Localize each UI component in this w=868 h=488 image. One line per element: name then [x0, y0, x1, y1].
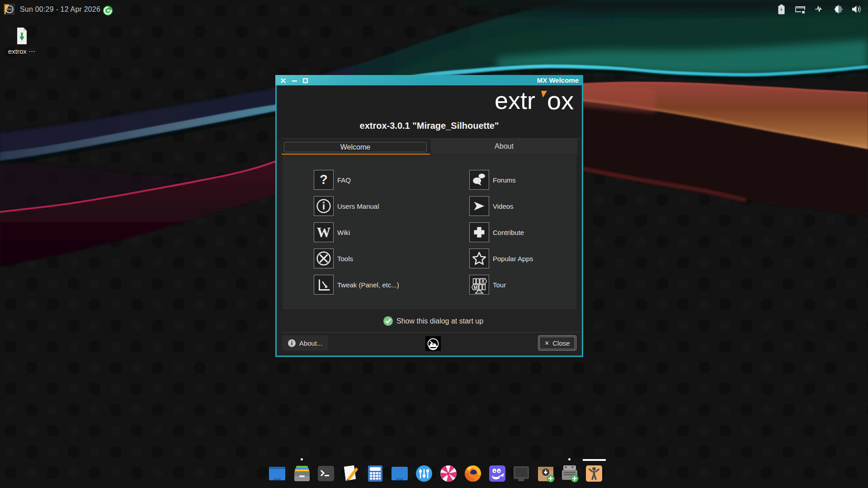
svg-text:?: ? [320, 172, 328, 187]
svg-text:W: W [317, 225, 331, 240]
svg-text:extr: extr [495, 90, 535, 112]
svg-text:ox: ox [547, 90, 574, 112]
svg-text:X: X [481, 278, 485, 284]
svg-text:M: M [474, 285, 478, 290]
